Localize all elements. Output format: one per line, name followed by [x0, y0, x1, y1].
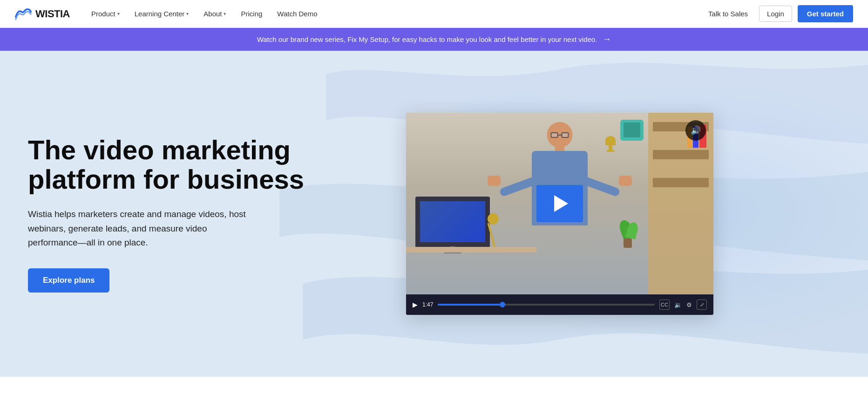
hero-subtitle: Wistia helps marketers create and manage… [28, 207, 251, 250]
explore-plans-button[interactable]: Explore plans [28, 268, 109, 293]
get-started-button[interactable]: Get started [798, 5, 853, 22]
video-old-screen [624, 123, 640, 137]
video-person-head [547, 122, 573, 148]
video-control-icons: CC 🔉 ⚙ ⤢ [659, 300, 707, 310]
login-button[interactable]: Login [759, 6, 792, 22]
video-shelf-3 [653, 178, 709, 187]
banner-text: Watch our brand new series, Fix My Setup… [257, 35, 597, 43]
video-pot [624, 238, 632, 248]
video-play-control[interactable]: ▶ [413, 301, 418, 308]
video-fullscreen-button[interactable]: ⤢ [697, 300, 707, 310]
video-timestamp: 1:47 [422, 301, 433, 308]
video-progress-fill [438, 304, 503, 306]
video-progress-dot [500, 302, 505, 307]
video-controls-bar: ▶ 1:47 CC 🔉 ⚙ ⤢ [406, 294, 713, 315]
navbar: WISTIA Product ▾ Learning Center ▾ About… [0, 0, 868, 28]
logo-link[interactable]: WISTIA [15, 7, 70, 20]
video-trophy-base [607, 150, 614, 152]
video-trophy [605, 136, 616, 150]
video-volume-icon[interactable]: 🔉 [674, 301, 682, 308]
nav-pricing[interactable]: Pricing [234, 6, 269, 21]
talk-to-sales-button[interactable]: Talk to Sales [703, 6, 753, 21]
play-triangle-icon [554, 195, 568, 212]
about-chevron-icon: ▾ [224, 11, 226, 16]
nav-learning-center[interactable]: Learning Center ▾ [128, 6, 196, 21]
video-right-hand [619, 176, 632, 186]
wistia-logo-icon [15, 7, 32, 20]
video-left-hand [488, 176, 501, 186]
hero-video-container: 🔊 ▶ 1:47 CC 🔉 ⚙ [307, 113, 713, 315]
nav-product[interactable]: Product ▾ [85, 6, 126, 21]
video-cc-button[interactable]: CC [659, 300, 670, 310]
nav-watch-demo[interactable]: Watch Demo [271, 6, 324, 21]
video-trophy-cup [605, 136, 616, 145]
video-player: 🔊 ▶ 1:47 CC 🔉 ⚙ [406, 113, 713, 315]
video-old-computer [620, 120, 644, 141]
video-monitor-screen [420, 201, 485, 242]
hero-section: The video marketing platform for busines… [0, 51, 868, 377]
video-shelf-2 [653, 150, 709, 159]
video-plant-container [618, 206, 641, 252]
nav-actions: Talk to Sales Login Get started [703, 5, 853, 22]
video-glasses-bridge [558, 135, 562, 136]
hero-title: The video marketing platform for busines… [28, 135, 307, 195]
video-glasses-right [562, 132, 569, 138]
video-trophy-stand [609, 145, 612, 150]
video-frame: 🔊 [406, 113, 713, 294]
video-monitor [415, 197, 490, 248]
promo-banner[interactable]: Watch our brand new series, Fix My Setup… [0, 28, 868, 51]
product-chevron-icon: ▾ [117, 11, 120, 16]
video-glasses-left [551, 132, 558, 138]
video-progress-bar[interactable] [438, 304, 655, 306]
banner-arrow-icon: → [603, 34, 611, 44]
video-lamp-head [488, 213, 499, 225]
learning-center-chevron-icon: ▾ [186, 11, 189, 16]
video-sound-button[interactable]: 🔊 [685, 120, 706, 141]
sound-icon: 🔊 [691, 125, 701, 136]
video-play-button[interactable] [536, 185, 583, 222]
video-settings-icon[interactable]: ⚙ [686, 301, 692, 308]
nav-about[interactable]: About ▾ [197, 6, 232, 21]
nav-links: Product ▾ Learning Center ▾ About ▾ Pric… [85, 6, 703, 21]
logo-text: WISTIA [35, 8, 70, 20]
hero-content: The video marketing platform for busines… [28, 135, 307, 293]
